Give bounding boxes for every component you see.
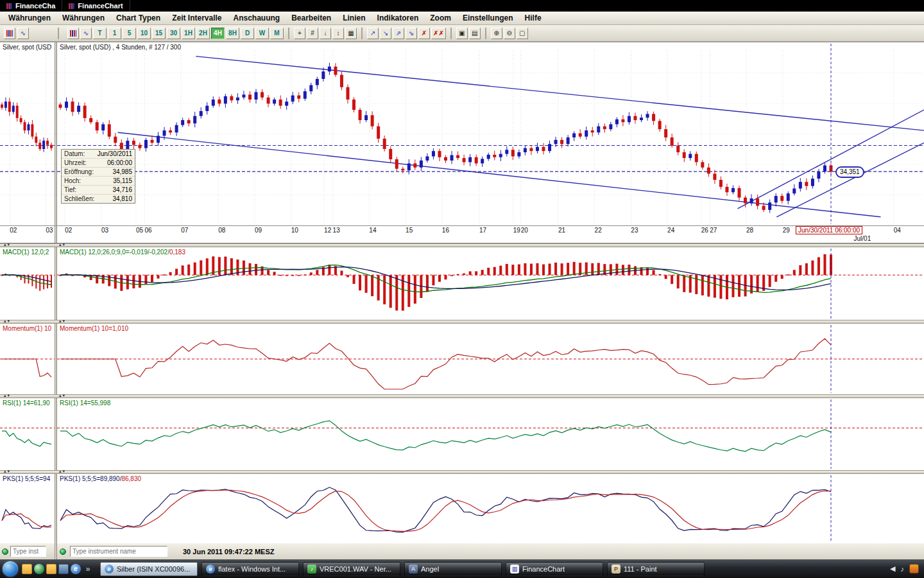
task-button-4[interactable]: ▥FinanceChart: [506, 562, 603, 576]
volume-icon[interactable]: ♪: [901, 565, 905, 573]
ie-quick-launch-icon[interactable]: e: [71, 564, 81, 574]
macd-chart-mini[interactable]: MACD(1) 12,0;2: [0, 247, 55, 320]
tooltip-row: Datum:Jun/30/2011: [62, 150, 135, 159]
rsi-chart-main-svg[interactable]: [57, 398, 924, 470]
data-label-tool[interactable]: ↓: [320, 28, 331, 39]
momentum-chart-mini[interactable]: Momentum(1) 10: [0, 324, 55, 394]
candlestick-chart-icon[interactable]: [67, 28, 79, 39]
zoom-in-button[interactable]: ⊕: [491, 28, 502, 39]
price-chart-mini-svg[interactable]: [0, 42, 55, 225]
pks-chart-mini-svg[interactable]: [0, 474, 55, 543]
timeframe-1-button[interactable]: 1: [108, 28, 121, 39]
task-button-1[interactable]: eflatex - Windows Int...: [201, 562, 299, 576]
timeframe-5-button[interactable]: 5: [123, 28, 136, 39]
timeframe-w-button[interactable]: W: [255, 28, 269, 39]
task-button-label: flatex - Windows Int...: [218, 565, 286, 573]
instrument-search-input[interactable]: [70, 546, 167, 557]
autoscale-tool[interactable]: ↕: [332, 28, 344, 39]
menu-item-3[interactable]: Zeit Intervalle: [166, 13, 227, 22]
connection-led-icon: [60, 548, 66, 555]
window-tab-2-label: FinanceChart: [78, 2, 123, 10]
menu-item-1[interactable]: Währungen: [56, 13, 110, 22]
menu-item-8[interactable]: Zoom: [424, 13, 457, 22]
display-settings-icon[interactable]: [58, 564, 69, 574]
pks-chart-mini[interactable]: PKS(1) 5;5;5=94: [0, 474, 55, 543]
task-button-3[interactable]: AAngel: [404, 562, 502, 576]
menu-item-9[interactable]: Einstellungen: [457, 13, 519, 22]
channel-down-tool[interactable]: ⇘: [406, 28, 417, 39]
paint-icon: P: [612, 565, 620, 574]
axis-label-29: 29: [783, 227, 790, 234]
axis-label-03: 03: [101, 227, 108, 234]
tray-expand-icon[interactable]: ◀: [890, 565, 895, 573]
axis-label-12: 12: [324, 227, 331, 234]
macd-chart-mini-svg[interactable]: [0, 247, 55, 320]
macd-chart-main-svg[interactable]: [57, 247, 924, 320]
menu-item-2[interactable]: Chart Typen: [110, 13, 166, 22]
momentum-chart-main[interactable]: Momentum(1) 10=1,010: [57, 324, 924, 394]
axis-cursor-date-box: Jun/30/2011 06:00:00: [796, 226, 862, 234]
timeframe-15-button[interactable]: 15: [152, 28, 166, 39]
menu-item-6[interactable]: Linien: [337, 13, 371, 22]
window-tab-1[interactable]: FinanceCha: [0, 0, 62, 12]
timeframe-1h-button[interactable]: 1H: [182, 28, 195, 39]
menu-item-5[interactable]: Bearbeiten: [286, 13, 337, 22]
tooltip-label: Datum:: [64, 150, 85, 157]
task-button-0[interactable]: eSilber (ISIN XC00096...: [100, 562, 198, 576]
price-chart-mini[interactable]: Silver, spot (USD: [0, 42, 55, 225]
price-chart-main-svg[interactable]: [57, 42, 924, 225]
timeframe-10-button[interactable]: 10: [137, 28, 151, 39]
window-tab-2[interactable]: FinanceChart: [62, 0, 130, 12]
line-chart-icon[interactable]: ∿: [17, 28, 29, 39]
trendline-down-tool[interactable]: ↘: [380, 28, 391, 39]
instrument-search-input-left[interactable]: [10, 546, 46, 557]
menu-item-0[interactable]: Währungen: [3, 13, 56, 22]
menu-item-7[interactable]: Indikatoren: [372, 13, 425, 22]
timeframe-4h-button[interactable]: 4H: [211, 28, 225, 39]
delete-all-lines-tool[interactable]: ✗✗: [431, 28, 446, 39]
media-player-icon[interactable]: [34, 564, 44, 574]
menu-item-4[interactable]: Anschauung: [228, 13, 286, 22]
timeframe-d-button[interactable]: D: [241, 28, 254, 39]
rsi-chart-mini[interactable]: RSI(1) 14=61,90: [0, 398, 55, 470]
quick-launch-overflow-chevron[interactable]: »: [83, 564, 93, 574]
start-button[interactable]: [3, 561, 18, 577]
timeframe-30-button[interactable]: 30: [167, 28, 180, 39]
price-chart-main[interactable]: Silver, spot (USD) , 4 Stunden, # 127 / …: [57, 42, 924, 225]
axis-label-04: 04: [894, 227, 901, 234]
zoom-selection-button[interactable]: ▢: [517, 28, 528, 39]
print-button[interactable]: ▣: [456, 28, 468, 39]
task-button-label: Silber (ISIN XC00096...: [117, 565, 190, 573]
delete-line-tool[interactable]: ✗: [418, 28, 430, 39]
volume-histogram-tool[interactable]: ▦: [345, 28, 357, 39]
timeframe-m-button[interactable]: M: [270, 28, 284, 39]
task-button-2[interactable]: ♪VREC001.WAV - Ner...: [303, 562, 400, 576]
candlestick-chart-icon[interactable]: [4, 28, 15, 39]
rsi-chart-mini-svg[interactable]: [0, 398, 55, 470]
macd-pane: MACD(1) 12,0;2 MACD(1) 12,0;26,0;9,0=-0,…: [0, 243, 924, 320]
timeframe-2h-button[interactable]: 2H: [196, 28, 210, 39]
axis-label-21: 21: [558, 227, 565, 234]
macd-chart-main[interactable]: MACD(1) 12,0;26,0;9,0=-0,019/-0,202/0,18…: [57, 247, 924, 320]
timeframe-t-button[interactable]: T: [93, 28, 107, 39]
folder-icon[interactable]: [22, 564, 32, 574]
zoom-out-button[interactable]: ⊖: [504, 28, 515, 39]
channel-up-tool[interactable]: ⇗: [393, 28, 404, 39]
line-chart-icon[interactable]: ∿: [80, 28, 92, 39]
axis-label-13: 13: [333, 227, 340, 234]
print-preview-button[interactable]: ▤: [469, 28, 481, 39]
folder-icon[interactable]: [46, 564, 56, 574]
timeframe-8h-button[interactable]: 8H: [226, 28, 239, 39]
grid-toggle-tool[interactable]: #: [307, 28, 318, 39]
menu-item-10[interactable]: Hilfe: [519, 13, 547, 22]
momentum-chart-main-svg[interactable]: [57, 324, 924, 394]
trendline-up-tool[interactable]: ↗: [367, 28, 379, 39]
tray-app-icon[interactable]: [909, 564, 919, 574]
task-button-5[interactable]: P111 - Paint: [607, 562, 705, 576]
tooltip-row: Uhrzeit:06:00:00: [62, 159, 135, 168]
pks-chart-main-svg[interactable]: [57, 474, 924, 543]
pks-chart-main[interactable]: PKS(1) 5;5;5=89,890/86,830: [57, 474, 924, 543]
rsi-chart-main[interactable]: RSI(1) 14=55,998: [57, 398, 924, 470]
crosshair-tool[interactable]: +: [294, 28, 305, 39]
momentum-chart-mini-svg[interactable]: [0, 324, 55, 394]
